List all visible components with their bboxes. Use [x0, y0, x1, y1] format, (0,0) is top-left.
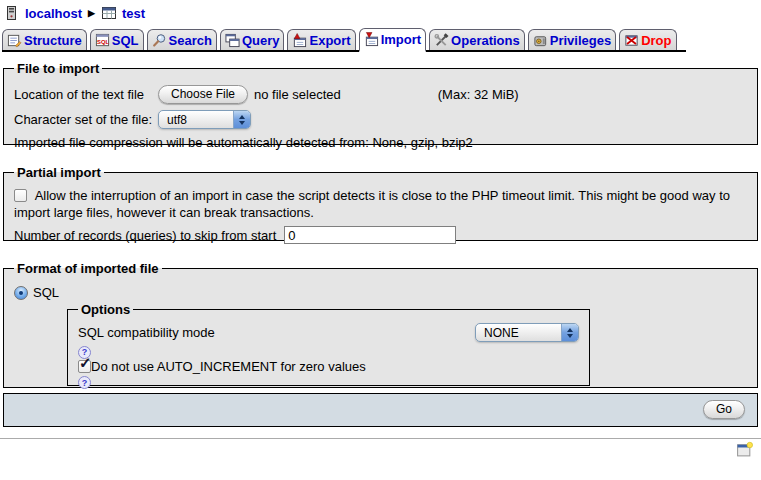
search-icon: [152, 33, 167, 48]
allow-interruption-label: Allow the interruption of an import in c…: [14, 188, 730, 220]
tab-query[interactable]: Query: [220, 29, 285, 50]
sql-icon: SQL: [95, 33, 110, 48]
tab-privileges[interactable]: Privileges: [528, 29, 616, 50]
sql-format-label: SQL: [28, 285, 59, 300]
sql-format-radio[interactable]: [14, 286, 28, 300]
sql-compatibility-label: SQL compatibility mode: [78, 325, 215, 340]
auto-increment-checkbox[interactable]: [78, 360, 91, 373]
help-icon[interactable]: ?: [78, 376, 91, 389]
new-window-icon[interactable]: [736, 441, 753, 458]
tab-operations[interactable]: Operations: [429, 29, 525, 50]
tab-import[interactable]: Import: [359, 28, 426, 52]
breadcrumb: localhost ▶ test: [0, 0, 761, 24]
choose-file-button[interactable]: Choose File: [158, 85, 248, 104]
location-label: Location of the text file: [14, 87, 158, 102]
charset-label: Character set of the file:: [14, 112, 158, 127]
server-icon: [4, 5, 20, 21]
query-icon: [225, 33, 240, 48]
import-icon: [364, 32, 379, 47]
tab-export[interactable]: Export: [287, 29, 355, 50]
breadcrumb-server-link[interactable]: localhost: [25, 6, 82, 21]
skip-records-input[interactable]: [284, 226, 456, 244]
tab-drop[interactable]: Drop: [619, 29, 676, 50]
file-to-import-section: File to import Location of the text file…: [3, 61, 758, 145]
svg-text:SQL: SQL: [97, 39, 109, 45]
privileges-icon: [533, 33, 548, 48]
format-section: Format of imported file SQL Options SQL …: [3, 261, 758, 388]
drop-icon: [624, 33, 639, 48]
compression-note: Imported file compression will be automa…: [14, 135, 473, 150]
export-icon: [292, 33, 307, 48]
options-subsection: Options SQL compatibility mode NONE ? Do…: [67, 302, 590, 386]
tab-structure[interactable]: Structure: [2, 29, 87, 50]
database-icon: [101, 5, 117, 21]
tab-sql[interactable]: SQL SQL: [90, 29, 144, 50]
file-to-import-legend: File to import: [14, 61, 102, 76]
breadcrumb-separator-icon: ▶: [87, 8, 96, 18]
options-legend: Options: [78, 302, 133, 317]
partial-import-section: Partial import Allow the interruption of…: [3, 165, 758, 241]
go-button[interactable]: Go: [703, 400, 745, 419]
format-legend: Format of imported file: [14, 261, 162, 276]
select-stepper-icon: [561, 324, 578, 341]
form-footer: Go: [3, 393, 758, 427]
select-stepper-icon: [233, 111, 250, 128]
bottom-divider: [0, 438, 761, 439]
auto-increment-label: Do not use AUTO_INCREMENT for zero value…: [91, 359, 366, 374]
tab-search[interactable]: Search: [147, 29, 217, 50]
max-size-text: (Max: 32 MiB): [438, 87, 519, 102]
tab-bar: Structure SQL SQL Search Query: [2, 28, 686, 52]
structure-icon: [7, 33, 22, 48]
partial-import-legend: Partial import: [14, 165, 104, 180]
allow-interruption-checkbox[interactable]: [14, 189, 27, 202]
operations-icon: [434, 33, 449, 48]
charset-select[interactable]: utf8: [158, 110, 251, 129]
breadcrumb-database-link[interactable]: test: [122, 6, 145, 21]
no-file-selected-text: no file selected: [254, 87, 341, 102]
skip-records-label: Number of records (queries) to skip from…: [14, 228, 276, 243]
sql-compatibility-select[interactable]: NONE: [475, 323, 579, 342]
